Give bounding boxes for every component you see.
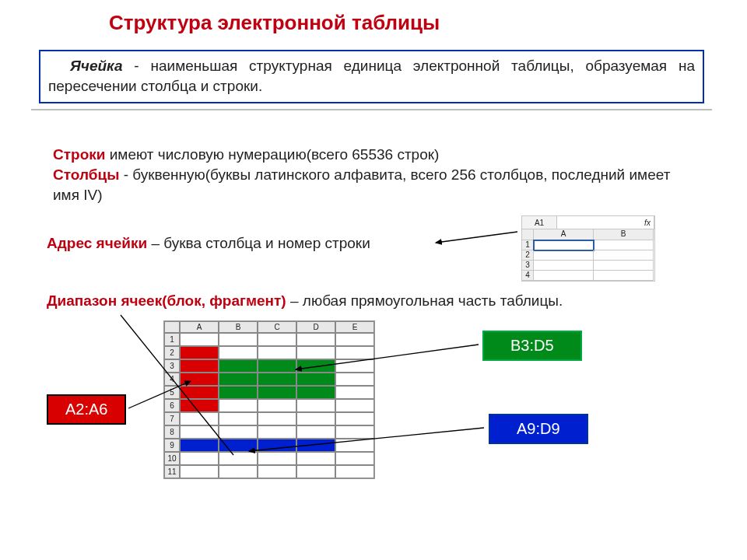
definition-term: Ячейка <box>70 58 123 74</box>
mini-row-1: 1 <box>522 240 534 250</box>
rows-description: Строки имеют числовую нумерацию(всего 65… <box>53 145 691 165</box>
row-4: 4 <box>164 373 180 386</box>
label-a9d9: A9:D9 <box>489 414 588 444</box>
col-E: E <box>335 321 374 333</box>
namebox: A1 <box>522 216 557 229</box>
divider <box>31 109 712 110</box>
label-a2a6: A2:A6 <box>47 394 126 425</box>
svg-line-0 <box>436 232 517 243</box>
definition-text: - наименьшая структурная единица электро… <box>48 58 695 94</box>
row-2: 2 <box>164 346 180 359</box>
cell-A1 <box>534 240 594 250</box>
range-text: – любая прямоугольная часть таблицы. <box>286 292 563 309</box>
col-A: A <box>180 321 219 333</box>
row-7: 7 <box>164 412 180 425</box>
fx-icon: fx <box>641 216 654 229</box>
spreadsheet-diagram: A B C D E 1 2 3 4 5 6 7 8 9 10 11 <box>163 320 375 479</box>
rows-text: имеют числовую нумерацию(всего 65536 стр… <box>105 146 439 163</box>
row-8: 8 <box>164 425 180 439</box>
row-1: 1 <box>164 333 180 346</box>
label-b3d5: B3:D5 <box>482 331 582 361</box>
col-C: C <box>258 321 296 333</box>
mini-col-A: A <box>534 229 594 240</box>
mini-row-2: 2 <box>522 250 534 261</box>
mini-spreadsheet: A1 fx A B 1 2 3 4 <box>521 215 655 282</box>
row-3: 3 <box>164 359 180 373</box>
col-B: B <box>219 321 258 333</box>
range-description: Диапазон ячеек(блок, фрагмент) – любая п… <box>47 291 708 311</box>
mini-row-4: 4 <box>522 271 534 281</box>
rows-label: Строки <box>53 146 105 163</box>
cols-text: - буквенную(буквы латинского алфавита, в… <box>53 166 670 203</box>
address-label: Адрес ячейки <box>47 235 147 251</box>
mini-row-3: 3 <box>522 261 534 271</box>
range-label: Диапазон ячеек(блок, фрагмент) <box>47 292 286 309</box>
cols-label: Столбцы <box>53 166 119 183</box>
row-6: 6 <box>164 399 180 412</box>
row-9: 9 <box>164 439 180 452</box>
row-5: 5 <box>164 386 180 399</box>
mini-col-B: B <box>594 229 654 240</box>
definition-box: Ячейка - наименьшая структурная единица … <box>39 50 704 103</box>
row-10: 10 <box>164 452 180 465</box>
row-11: 11 <box>164 465 180 478</box>
address-description: Адрес ячейки – буква столбца и номер стр… <box>47 233 370 254</box>
page-title: Структура электронной таблицы <box>109 11 440 35</box>
address-text: – буква столбца и номер строки <box>147 235 370 251</box>
cols-description: Столбцы - буквенную(буквы латинского алф… <box>53 165 691 205</box>
col-D: D <box>296 321 335 333</box>
